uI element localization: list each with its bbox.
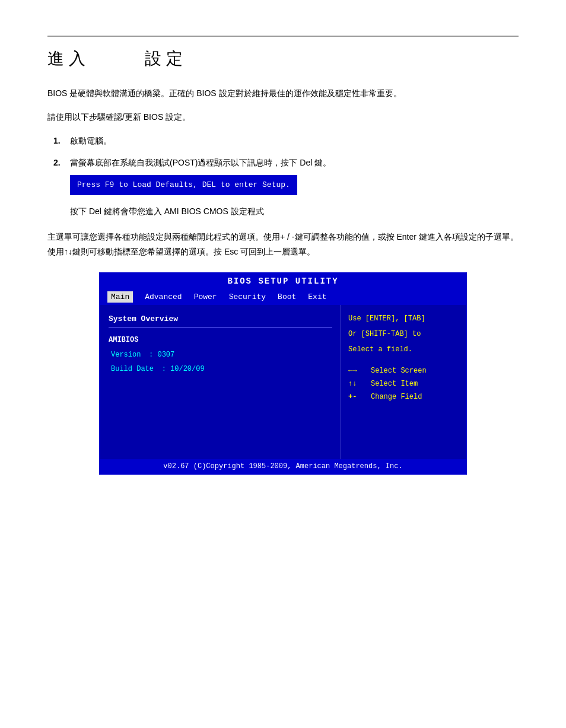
bios-menu-boot[interactable]: Boot xyxy=(278,293,296,301)
bios-help-line-2: Or [SHITF-TAB] to xyxy=(348,329,459,339)
bios-nav-key-pm: +- xyxy=(348,393,371,401)
bios-menu-exit[interactable]: Exit xyxy=(308,293,326,301)
bios-section-title: System Overview xyxy=(109,314,332,328)
step-1-text: 啟動電腦。 xyxy=(70,134,519,148)
step-1-number: 1. xyxy=(53,134,70,148)
bios-amibios-label: AMIBIOS xyxy=(109,336,332,344)
bios-footer: v02.67 (C)Copyright 1985-2009, American … xyxy=(100,459,466,473)
bios-nav-key-ud: ↑↓ xyxy=(348,380,371,388)
step-2: 2. 當螢幕底部在系統自我測試(POST)過程顯示以下訊息時，按下 Del 鍵。… xyxy=(53,156,519,219)
bios-nav-desc-screen: Select Screen xyxy=(371,367,427,375)
step-2-note: 按下 Del 鍵將會帶您進入 AMI BIOS CMOS 設定程式 xyxy=(70,205,519,219)
bios-help-line-1: Use [ENTER], [TAB] xyxy=(348,313,459,324)
bios-build-date-value: : 10/20/09 xyxy=(162,365,205,373)
bios-body: System Overview AMIBIOS Version : 0307 B… xyxy=(100,305,466,459)
bios-nav-select-screen: ←→ Select Screen xyxy=(348,367,459,375)
bios-nav-change-field: +- Change Field xyxy=(348,393,459,401)
bios-setup-box: BIOS SETUP UTILITY Main Advanced Power S… xyxy=(99,272,467,475)
bios-menu-security[interactable]: Security xyxy=(229,293,266,301)
intro-paragraph-1: BIOS 是硬體與軟體溝通的橋梁。正確的 BIOS 設定對於維持最佳的運作效能及… xyxy=(47,87,519,101)
step-1: 1. 啟動電腦。 xyxy=(53,134,519,148)
step-2-text: 當螢幕底部在系統自我測試(POST)過程顯示以下訊息時，按下 Del 鍵。 xyxy=(70,156,519,170)
bios-version-label: Version xyxy=(111,351,141,359)
bios-build-date-label: Build Date xyxy=(111,365,154,373)
step-2-content: 當螢幕底部在系統自我測試(POST)過程顯示以下訊息時，按下 Del 鍵。 Pr… xyxy=(70,156,519,219)
bios-nav-select-item: ↑↓ Select Item xyxy=(348,380,459,388)
main-description: 主選單可讓您選擇各種功能設定與兩種離開此程式的選項。使用+ / -鍵可調整各功能… xyxy=(47,230,519,259)
bios-menu-advanced[interactable]: Advanced xyxy=(145,293,182,301)
bios-help-line-3: Select a field. xyxy=(348,344,459,355)
bios-nav-key-lr: ←→ xyxy=(348,367,371,375)
bios-menu-power[interactable]: Power xyxy=(194,293,217,301)
page-title: 進入 設定 xyxy=(47,47,519,70)
bios-left-panel: System Overview AMIBIOS Version : 0307 B… xyxy=(100,305,341,459)
bios-right-panel: Use [ENTER], [TAB] Or [SHITF-TAB] to Sel… xyxy=(341,305,466,459)
bios-nav-desc-field: Change Field xyxy=(371,393,422,401)
bios-title-bar: BIOS SETUP UTILITY xyxy=(100,274,466,289)
bios-code-block: Press F9 to Load Defaults, DEL to enter … xyxy=(70,175,297,195)
intro-paragraph-2: 請使用以下步驟確認/更新 BIOS 設定。 xyxy=(47,110,519,125)
step-2-number: 2. xyxy=(53,156,70,170)
bios-nav-desc-item: Select Item xyxy=(371,380,418,388)
bios-version-value: : 0307 xyxy=(149,351,174,359)
top-rule xyxy=(47,36,519,37)
bios-nav-section: ←→ Select Screen ↑↓ Select Item +- Chang… xyxy=(348,367,459,401)
bios-menu-main[interactable]: Main xyxy=(107,291,133,303)
bios-menu-bar: Main Advanced Power Security Boot Exit xyxy=(100,289,466,305)
